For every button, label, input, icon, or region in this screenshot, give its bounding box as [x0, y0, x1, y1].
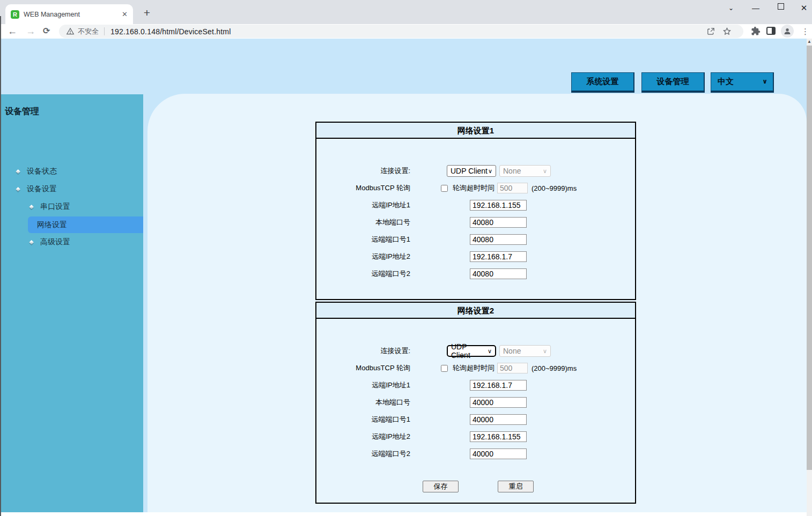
connection-type-select-focused[interactable]: UDP Client∨ [447, 345, 496, 357]
sidebar-item-label: 设备状态 [27, 167, 57, 175]
field-label: 远端IP地址2 [316, 432, 410, 442]
sidebar-item-label: 串口设置 [40, 202, 70, 211]
field-label: 本地端口号 [316, 398, 410, 407]
field-row: 远端端口号2 [316, 265, 635, 282]
device-management-nav-button[interactable]: 设备管理 [641, 72, 705, 93]
profile-avatar-icon[interactable] [781, 25, 794, 38]
page-scrollbar[interactable]: ▲ [807, 39, 812, 516]
window-close-icon[interactable]: ✕ [796, 0, 812, 16]
browser-window: R WEB Management ✕ + ⌄ — ✕ ← → ⟳ 不安全 192… [0, 0, 812, 516]
security-status-label[interactable]: 不安全 [78, 27, 99, 36]
remote-port2-input[interactable] [470, 448, 527, 459]
tab-search-chevron-icon[interactable]: ⌄ [723, 0, 739, 16]
remote-ip2-input[interactable] [470, 431, 527, 442]
window-left-edge [0, 16, 1, 516]
connection-secondary-select-disabled: None∨ [499, 165, 551, 177]
timeout-hint: (200~9999)ms [532, 364, 577, 372]
field-label: 远端端口号2 [316, 449, 410, 459]
address-bar[interactable]: 不安全 192.168.0.148/html/DeviceSet.html [59, 25, 743, 38]
select-value: UDP Client [451, 342, 488, 360]
reload-icon[interactable]: ⟳ [43, 24, 50, 39]
window-maximize-icon[interactable] [778, 3, 784, 10]
sidebar-item-device-settings[interactable]: 设备设置 [16, 184, 57, 194]
connection-row: 连接设置: UDP Client∨ None∨ [316, 162, 635, 180]
remote-ip1-input[interactable] [470, 200, 527, 211]
arrow-bullet-icon [29, 240, 33, 244]
connection-label: 连接设置: [316, 166, 410, 176]
field-row: 本地端口号 [316, 394, 635, 411]
chevron-down-icon: ∨ [543, 168, 547, 175]
field-label: 远端端口号1 [316, 415, 410, 424]
remote-ip1-input[interactable] [470, 380, 527, 391]
field-row: 本地端口号 [316, 214, 635, 231]
sidebar-item-label: 高级设置 [40, 237, 70, 246]
omnibox-divider [104, 27, 105, 35]
form-actions: 保存 重启 [316, 481, 635, 492]
timeout-input-disabled [497, 363, 528, 373]
remote-port1-input[interactable] [470, 414, 527, 425]
field-row: 远端IP地址2 [316, 428, 635, 445]
field-row: 远端IP地址1 [316, 377, 635, 394]
save-button[interactable]: 保存 [423, 481, 459, 492]
connection-type-select[interactable]: UDP Client∨ [447, 165, 496, 177]
remote-port1-input[interactable] [470, 234, 527, 245]
modbus-label: ModbusTCP 轮询 [316, 183, 410, 193]
connection-row: 连接设置: UDP Client∨ None∨ [316, 342, 635, 360]
language-select-value: 中文 [718, 77, 734, 86]
modbus-row: ModbusTCP 轮询 轮询超时时间 (200~9999)ms [316, 180, 635, 197]
timeout-input-disabled [497, 183, 528, 193]
sidebar-item-label: 网络设置 [37, 220, 67, 229]
chevron-down-icon: ∨ [543, 348, 547, 355]
restart-button[interactable]: 重启 [498, 481, 534, 492]
modbus-poll-checkbox[interactable] [441, 365, 448, 372]
language-select[interactable]: 中文 ∨ [711, 72, 774, 93]
side-panel-icon[interactable] [766, 27, 776, 35]
remote-port2-input[interactable] [470, 268, 527, 279]
not-secure-warning-icon [66, 27, 75, 35]
system-settings-nav-button[interactable]: 系统设置 [571, 72, 634, 93]
sidebar-item-advanced-settings[interactable]: 高级设置 [29, 237, 70, 247]
back-icon[interactable]: ← [8, 24, 17, 39]
connection-label: 连接设置: [316, 346, 410, 356]
timeout-label: 轮询超时时间 [453, 183, 494, 193]
field-label: 远端端口号1 [316, 235, 410, 244]
arrow-bullet-icon [16, 187, 20, 191]
arrow-bullet-icon [16, 169, 20, 174]
url-text[interactable]: 192.168.0.148/html/DeviceSet.html [110, 27, 231, 36]
scrollbar-up-arrow-icon[interactable]: ▲ [807, 39, 812, 45]
extensions-puzzle-icon[interactable] [751, 26, 761, 38]
new-tab-button[interactable]: + [139, 5, 154, 20]
window-minimize-icon[interactable]: — [748, 0, 764, 16]
field-label: 远端IP地址2 [316, 252, 410, 261]
sidebar-item-device-status[interactable]: 设备状态 [16, 167, 57, 176]
browser-tab[interactable]: R WEB Management ✕ [5, 4, 133, 24]
local-port-input[interactable] [470, 217, 527, 228]
local-port-input[interactable] [470, 397, 527, 408]
bookmark-star-icon[interactable] [722, 27, 732, 38]
scrollbar-thumb[interactable] [807, 46, 812, 470]
chevron-down-icon: ∨ [488, 168, 492, 175]
remote-ip2-input[interactable] [470, 251, 527, 262]
form-title: 网络设置2 [316, 303, 635, 319]
modbus-poll-checkbox[interactable] [441, 185, 448, 192]
field-label: 本地端口号 [316, 218, 410, 227]
arrow-bullet-icon [29, 205, 33, 209]
network-settings-1-form: 网络设置1 连接设置: UDP Client∨ None∨ ModbusTCP … [315, 122, 636, 300]
chevron-down-icon: ∨ [762, 73, 767, 90]
sidebar-item-network-settings-selected[interactable]: 网络设置 [28, 216, 143, 233]
form-title: 网络设置1 [316, 123, 635, 139]
timeout-label: 轮询超时时间 [453, 363, 494, 373]
browser-menu-kebab-icon[interactable]: ⋮ [801, 25, 809, 38]
field-label: 远端端口号2 [316, 269, 410, 279]
connection-secondary-select-disabled: None∨ [499, 345, 551, 357]
field-label: 远端IP地址1 [316, 200, 410, 210]
sidebar-item-serial-settings[interactable]: 串口设置 [29, 202, 70, 212]
field-row: 远端端口号1 [316, 411, 635, 428]
field-row: 远端端口号1 [316, 231, 635, 248]
share-icon[interactable] [706, 27, 715, 38]
tab-close-icon[interactable]: ✕ [122, 10, 128, 18]
page-bottom-strip [0, 512, 812, 516]
modbus-label: ModbusTCP 轮询 [316, 363, 410, 373]
chevron-down-icon: ∨ [488, 348, 492, 355]
site-favicon-icon: R [11, 10, 19, 19]
